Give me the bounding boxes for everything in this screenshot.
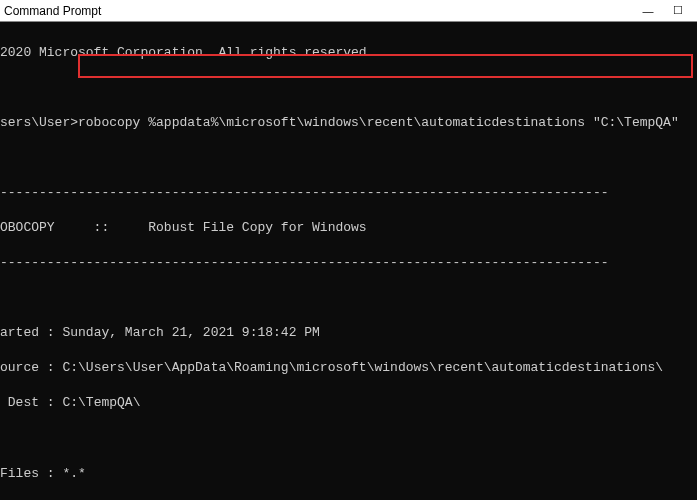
blank-line <box>0 430 697 448</box>
files-line: Files : *.* <box>0 465 697 483</box>
source-line: ource : C:\Users\User\AppData\Roaming\mi… <box>0 359 697 377</box>
minimize-button[interactable]: — <box>633 5 663 17</box>
started-line: arted : Sunday, March 21, 2021 9:18:42 P… <box>0 324 697 342</box>
titlebar: Command Prompt — ☐ <box>0 0 697 22</box>
divider-line: ----------------------------------------… <box>0 184 697 202</box>
maximize-button[interactable]: ☐ <box>663 4 693 17</box>
divider-line: ----------------------------------------… <box>0 254 697 272</box>
command-text: robocopy %appdata%\microsoft\windows\rec… <box>78 115 679 130</box>
copyright-line: 2020 Microsoft Corporation. All rights r… <box>0 44 697 62</box>
blank-line <box>0 289 697 307</box>
robocopy-header: OBOCOPY :: Robust File Copy for Windows <box>0 219 697 237</box>
blank-line <box>0 79 697 97</box>
prompt-line: sers\User>robocopy %appdata%\microsoft\w… <box>0 114 697 132</box>
terminal-output[interactable]: 2020 Microsoft Corporation. All rights r… <box>0 22 697 500</box>
dest-line: Dest : C:\TempQA\ <box>0 394 697 412</box>
prompt-prefix: sers\User> <box>0 115 78 130</box>
blank-line <box>0 149 697 167</box>
window-title: Command Prompt <box>4 4 633 18</box>
